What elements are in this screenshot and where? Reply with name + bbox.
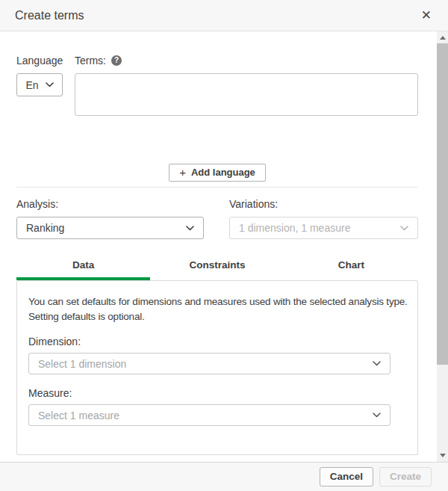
dimension-select[interactable]: Select 1 dimension — [28, 353, 391, 374]
measure-select[interactable]: Select 1 measure — [28, 404, 391, 426]
tab-bar: Data Constraints Chart — [16, 259, 418, 280]
language-select[interactable]: En — [16, 73, 63, 96]
chevron-down-icon — [400, 226, 408, 231]
scrollbar-up-arrow[interactable] — [437, 32, 448, 43]
analysis-label: Analysis: — [16, 198, 204, 210]
tab-data[interactable]: Data — [16, 259, 150, 280]
tab-constraints[interactable]: Constraints — [150, 259, 284, 280]
variations-label: Variations: — [229, 198, 418, 210]
dialog-header: Create terms ✕ — [0, 0, 448, 31]
add-language-button[interactable]: + Add language — [169, 164, 266, 182]
chevron-down-icon — [373, 413, 381, 418]
triangle-down-icon — [440, 454, 446, 457]
create-button[interactable]: Create — [379, 467, 432, 487]
chevron-down-icon — [373, 361, 381, 366]
help-icon[interactable]: ? — [111, 55, 122, 66]
dimension-label: Dimension: — [28, 336, 406, 348]
dimension-select-placeholder: Select 1 dimension — [38, 358, 126, 370]
section-divider — [16, 187, 418, 188]
create-terms-dialog: Create terms ✕ Language Terms: ? En — [0, 0, 448, 491]
dialog-footer: Cancel Create — [0, 462, 448, 491]
add-language-wrap: + Add language — [16, 164, 418, 182]
plus-icon: + — [179, 167, 186, 178]
language-terms-labels-row: Language Terms: ? — [16, 55, 418, 67]
language-select-value: En — [25, 79, 38, 91]
cancel-button[interactable]: Cancel — [320, 467, 373, 487]
analysis-variations-row: Analysis: Ranking Variations: 1 dimensio… — [16, 198, 418, 239]
defaults-panel: You can set defaults for dimensions and … — [16, 280, 418, 455]
measure-label: Measure: — [28, 387, 406, 399]
defaults-description-line1: You can set defaults for dimensions and … — [28, 294, 406, 309]
chevron-down-icon — [186, 226, 194, 231]
terms-label: Terms: — [75, 55, 106, 67]
dialog-title: Create terms — [15, 9, 84, 22]
scrollbar-thumb[interactable] — [437, 43, 448, 365]
dialog-content: Language Terms: ? En + Add language — [0, 31, 448, 462]
terms-label-group: Terms: ? — [75, 55, 122, 67]
measure-select-placeholder: Select 1 measure — [38, 410, 119, 421]
tab-chart[interactable]: Chart — [284, 259, 418, 280]
content-inner: Language Terms: ? En + Add language — [0, 31, 448, 455]
scrollbar-down-arrow[interactable] — [437, 450, 448, 461]
terms-input[interactable] — [75, 73, 418, 116]
add-language-label: Add language — [191, 167, 255, 178]
defaults-description-line2: Setting defaults is optional. — [28, 309, 406, 324]
variations-field: Variations: 1 dimension, 1 measure — [229, 198, 418, 239]
variations-select-value: 1 dimension, 1 measure — [239, 222, 350, 234]
language-terms-controls-row: En — [16, 73, 418, 116]
close-icon[interactable]: ✕ — [420, 7, 433, 23]
analysis-select-value: Ranking — [26, 222, 64, 234]
analysis-field: Analysis: Ranking — [16, 198, 204, 239]
chevron-down-icon — [46, 82, 54, 87]
variations-select: 1 dimension, 1 measure — [229, 217, 418, 239]
analysis-select[interactable]: Ranking — [16, 217, 204, 239]
language-label: Language — [16, 55, 75, 67]
vertical-scrollbar — [437, 31, 448, 462]
triangle-up-icon — [440, 36, 446, 40]
